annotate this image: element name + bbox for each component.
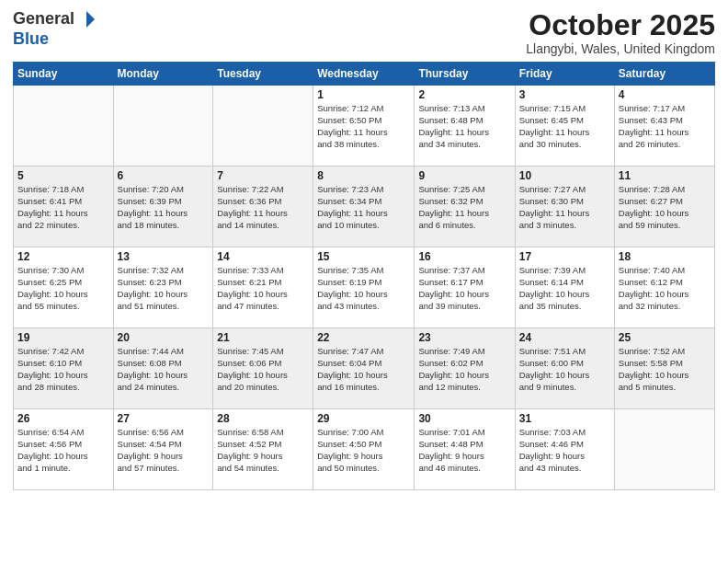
day-number: 9 bbox=[418, 169, 510, 182]
day-info: Sunrise: 7:28 AM Sunset: 6:27 PM Dayligh… bbox=[619, 184, 711, 231]
day-cell: 11Sunrise: 7:28 AM Sunset: 6:27 PM Dayli… bbox=[614, 167, 714, 247]
week-row-4: 19Sunrise: 7:42 AM Sunset: 6:10 PM Dayli… bbox=[14, 328, 715, 409]
day-cell bbox=[14, 86, 114, 167]
day-cell: 10Sunrise: 7:27 AM Sunset: 6:30 PM Dayli… bbox=[515, 167, 614, 247]
day-info: Sunrise: 7:37 AM Sunset: 6:17 PM Dayligh… bbox=[418, 265, 510, 312]
day-info: Sunrise: 7:27 AM Sunset: 6:30 PM Dayligh… bbox=[519, 184, 610, 231]
day-number: 2 bbox=[418, 88, 510, 101]
day-number: 15 bbox=[317, 250, 410, 263]
day-cell: 13Sunrise: 7:32 AM Sunset: 6:23 PM Dayli… bbox=[113, 247, 213, 328]
logo-general: General bbox=[13, 9, 74, 29]
day-number: 29 bbox=[317, 412, 410, 425]
day-cell: 12Sunrise: 7:30 AM Sunset: 6:25 PM Dayli… bbox=[14, 247, 114, 328]
day-info: Sunrise: 7:32 AM Sunset: 6:23 PM Dayligh… bbox=[118, 265, 210, 312]
week-row-2: 5Sunrise: 7:18 AM Sunset: 6:41 PM Daylig… bbox=[14, 167, 715, 247]
week-row-3: 12Sunrise: 7:30 AM Sunset: 6:25 PM Dayli… bbox=[14, 247, 715, 328]
day-number: 1 bbox=[317, 88, 410, 101]
day-number: 26 bbox=[17, 412, 109, 425]
day-cell: 1Sunrise: 7:12 AM Sunset: 6:50 PM Daylig… bbox=[313, 86, 415, 167]
day-cell: 17Sunrise: 7:39 AM Sunset: 6:14 PM Dayli… bbox=[515, 247, 614, 328]
logo-blue: Blue bbox=[13, 29, 49, 48]
day-number: 3 bbox=[519, 88, 610, 101]
day-info: Sunrise: 7:44 AM Sunset: 6:08 PM Dayligh… bbox=[118, 346, 210, 393]
day-cell: 8Sunrise: 7:23 AM Sunset: 6:34 PM Daylig… bbox=[313, 167, 415, 247]
day-cell: 28Sunrise: 6:58 AM Sunset: 4:52 PM Dayli… bbox=[213, 409, 313, 490]
day-cell: 23Sunrise: 7:49 AM Sunset: 6:02 PM Dayli… bbox=[415, 328, 515, 409]
day-cell: 14Sunrise: 7:33 AM Sunset: 6:21 PM Dayli… bbox=[213, 247, 313, 328]
day-number: 19 bbox=[17, 331, 109, 344]
logo: General Blue bbox=[13, 9, 97, 50]
day-number: 31 bbox=[519, 412, 610, 425]
day-info: Sunrise: 7:47 AM Sunset: 6:04 PM Dayligh… bbox=[317, 346, 410, 393]
day-number: 7 bbox=[217, 169, 309, 182]
day-cell: 15Sunrise: 7:35 AM Sunset: 6:19 PM Dayli… bbox=[313, 247, 415, 328]
day-cell: 18Sunrise: 7:40 AM Sunset: 6:12 PM Dayli… bbox=[614, 247, 714, 328]
title-block: October 2025 Llangybi, Wales, United Kin… bbox=[526, 9, 715, 56]
day-cell: 26Sunrise: 6:54 AM Sunset: 4:56 PM Dayli… bbox=[14, 409, 114, 490]
day-info: Sunrise: 7:39 AM Sunset: 6:14 PM Dayligh… bbox=[519, 265, 610, 312]
day-info: Sunrise: 7:51 AM Sunset: 6:00 PM Dayligh… bbox=[519, 346, 610, 393]
day-cell: 25Sunrise: 7:52 AM Sunset: 5:58 PM Dayli… bbox=[614, 328, 714, 409]
day-number: 4 bbox=[619, 88, 711, 101]
day-info: Sunrise: 7:01 AM Sunset: 4:48 PM Dayligh… bbox=[418, 427, 510, 474]
day-info: Sunrise: 7:45 AM Sunset: 6:06 PM Dayligh… bbox=[217, 346, 309, 393]
header-friday: Friday bbox=[515, 63, 614, 86]
header-sunday: Sunday bbox=[14, 63, 114, 86]
day-number: 18 bbox=[619, 250, 711, 263]
day-number: 24 bbox=[519, 331, 610, 344]
day-info: Sunrise: 7:18 AM Sunset: 6:41 PM Dayligh… bbox=[17, 184, 109, 231]
calendar-container: General Blue October 2025 Llangybi, Wale… bbox=[0, 0, 728, 500]
svg-marker-0 bbox=[86, 11, 95, 28]
day-number: 12 bbox=[17, 250, 109, 263]
day-cell: 19Sunrise: 7:42 AM Sunset: 6:10 PM Dayli… bbox=[14, 328, 114, 409]
day-cell: 6Sunrise: 7:20 AM Sunset: 6:39 PM Daylig… bbox=[113, 167, 213, 247]
day-cell: 5Sunrise: 7:18 AM Sunset: 6:41 PM Daylig… bbox=[14, 167, 114, 247]
day-info: Sunrise: 7:12 AM Sunset: 6:50 PM Dayligh… bbox=[317, 103, 410, 150]
weekday-header-row: Sunday Monday Tuesday Wednesday Thursday… bbox=[14, 63, 715, 86]
day-info: Sunrise: 6:54 AM Sunset: 4:56 PM Dayligh… bbox=[17, 427, 109, 474]
location: Llangybi, Wales, United Kingdom bbox=[526, 41, 715, 56]
day-info: Sunrise: 6:56 AM Sunset: 4:54 PM Dayligh… bbox=[118, 427, 210, 474]
day-cell: 2Sunrise: 7:13 AM Sunset: 6:48 PM Daylig… bbox=[415, 86, 515, 167]
day-info: Sunrise: 7:20 AM Sunset: 6:39 PM Dayligh… bbox=[118, 184, 210, 231]
day-info: Sunrise: 7:35 AM Sunset: 6:19 PM Dayligh… bbox=[317, 265, 410, 312]
header-thursday: Thursday bbox=[415, 63, 515, 86]
month-title: October 2025 bbox=[526, 9, 715, 41]
day-number: 23 bbox=[418, 331, 510, 344]
day-info: Sunrise: 7:23 AM Sunset: 6:34 PM Dayligh… bbox=[317, 184, 410, 231]
day-cell bbox=[113, 86, 213, 167]
day-info: Sunrise: 7:30 AM Sunset: 6:25 PM Dayligh… bbox=[17, 265, 109, 312]
header: General Blue October 2025 Llangybi, Wale… bbox=[13, 9, 715, 56]
calendar-table: Sunday Monday Tuesday Wednesday Thursday… bbox=[13, 62, 715, 490]
week-row-1: 1Sunrise: 7:12 AM Sunset: 6:50 PM Daylig… bbox=[14, 86, 715, 167]
day-info: Sunrise: 7:52 AM Sunset: 5:58 PM Dayligh… bbox=[619, 346, 711, 393]
header-tuesday: Tuesday bbox=[213, 63, 313, 86]
day-info: Sunrise: 7:40 AM Sunset: 6:12 PM Dayligh… bbox=[619, 265, 711, 312]
logo-flag-icon bbox=[76, 9, 97, 29]
day-info: Sunrise: 7:03 AM Sunset: 4:46 PM Dayligh… bbox=[519, 427, 610, 474]
day-info: Sunrise: 7:49 AM Sunset: 6:02 PM Dayligh… bbox=[418, 346, 510, 393]
day-cell: 21Sunrise: 7:45 AM Sunset: 6:06 PM Dayli… bbox=[213, 328, 313, 409]
day-number: 20 bbox=[118, 331, 210, 344]
day-info: Sunrise: 7:17 AM Sunset: 6:43 PM Dayligh… bbox=[619, 103, 711, 150]
day-number: 25 bbox=[619, 331, 711, 344]
day-cell: 24Sunrise: 7:51 AM Sunset: 6:00 PM Dayli… bbox=[515, 328, 614, 409]
day-number: 8 bbox=[317, 169, 410, 182]
day-cell bbox=[213, 86, 313, 167]
day-cell: 29Sunrise: 7:00 AM Sunset: 4:50 PM Dayli… bbox=[313, 409, 415, 490]
day-cell: 30Sunrise: 7:01 AM Sunset: 4:48 PM Dayli… bbox=[415, 409, 515, 490]
day-info: Sunrise: 7:15 AM Sunset: 6:45 PM Dayligh… bbox=[519, 103, 610, 150]
day-info: Sunrise: 7:25 AM Sunset: 6:32 PM Dayligh… bbox=[418, 184, 510, 231]
day-number: 16 bbox=[418, 250, 510, 263]
day-number: 6 bbox=[118, 169, 210, 182]
day-number: 10 bbox=[519, 169, 610, 182]
day-cell bbox=[614, 409, 714, 490]
day-cell: 4Sunrise: 7:17 AM Sunset: 6:43 PM Daylig… bbox=[614, 86, 714, 167]
day-number: 21 bbox=[217, 331, 309, 344]
header-wednesday: Wednesday bbox=[313, 63, 415, 86]
day-number: 28 bbox=[217, 412, 309, 425]
day-number: 30 bbox=[418, 412, 510, 425]
day-number: 5 bbox=[17, 169, 109, 182]
day-info: Sunrise: 7:13 AM Sunset: 6:48 PM Dayligh… bbox=[418, 103, 510, 150]
day-number: 13 bbox=[118, 250, 210, 263]
